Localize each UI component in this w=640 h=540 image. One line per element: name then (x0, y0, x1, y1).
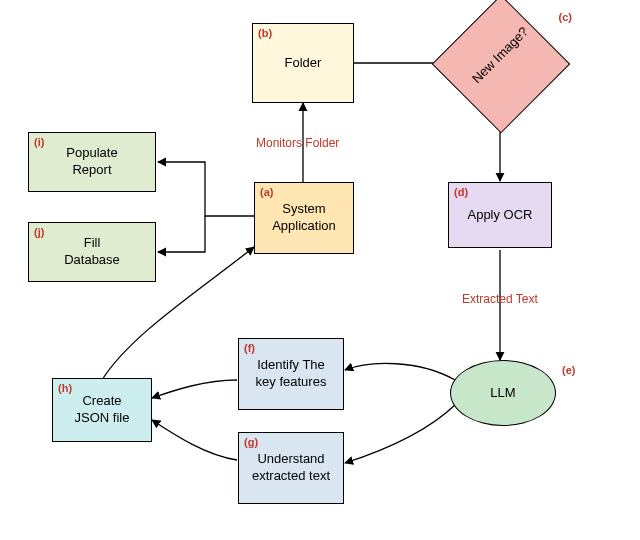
label-h2: JSON file (75, 410, 130, 425)
label-g2: extracted text (252, 468, 330, 483)
label-g1: Understand (257, 451, 324, 466)
node-create-json-file: (h) CreateJSON file (52, 378, 152, 442)
node-system-application: (a) SystemApplication (254, 182, 354, 254)
node-populate-report: (i) PopulateReport (28, 132, 156, 192)
tag-d: (d) (454, 186, 468, 198)
label-i1: Populate (66, 145, 117, 160)
label-f2: key features (256, 374, 327, 389)
tag-e: (e) (562, 364, 575, 376)
tag-f: (f) (244, 342, 255, 354)
tag-h: (h) (58, 382, 72, 394)
label-a2: Application (272, 218, 336, 233)
tag-a: (a) (260, 186, 273, 198)
label-f1: Identify The (257, 357, 325, 372)
label-d: Apply OCR (467, 207, 532, 224)
tag-c: (c) (559, 11, 572, 23)
tag-i: (i) (34, 136, 44, 148)
node-decision-new-image: (c) New Image? (452, 15, 548, 111)
label-a1: System (282, 201, 325, 216)
tag-b: (b) (258, 27, 272, 39)
label-e: LLM (490, 385, 515, 402)
label-h1: Create (82, 393, 121, 408)
node-understand-extracted-text: (g) Understandextracted text (238, 432, 344, 504)
label-j2: Database (64, 252, 120, 267)
node-fill-database: (j) FillDatabase (28, 222, 156, 282)
tag-g: (g) (244, 436, 258, 448)
node-folder: (b) Folder (252, 23, 354, 103)
node-llm: LLM (450, 360, 556, 426)
edge-label-extracted: Extracted Text (462, 292, 538, 306)
label-i2: Report (72, 162, 111, 177)
node-apply-ocr: (d) Apply OCR (448, 182, 552, 248)
edge-label-monitors: Monitors Folder (256, 136, 339, 150)
label-b: Folder (285, 55, 322, 72)
label-j1: Fill (84, 235, 101, 250)
node-identify-key-features: (f) Identify Thekey features (238, 338, 344, 410)
tag-j: (j) (34, 226, 44, 238)
